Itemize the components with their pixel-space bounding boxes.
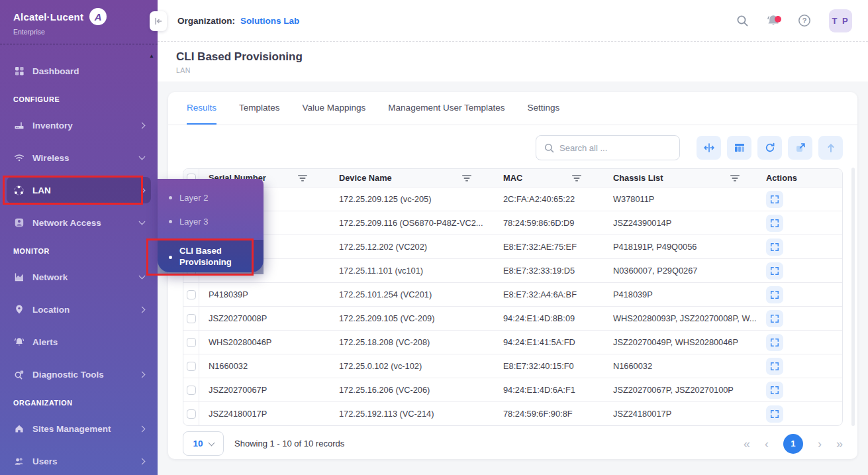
expand-row-button[interactable] (766, 262, 783, 280)
filter-icon[interactable] (298, 175, 307, 182)
table-row[interactable]: P418039P 172.25.101.254 (VC201) E8:E7:32… (183, 282, 842, 306)
mac-cell: 94:24:E1:4D:6A:F1 (494, 385, 604, 395)
expand-row-button[interactable] (766, 238, 783, 256)
chassis-cell: WHS20280093P, JSZ20270008P, W... (604, 313, 762, 323)
sidebar-item-sites-management[interactable]: Sites Management (7, 415, 151, 442)
submenu-item-cli-based-provisioning[interactable]: CLI Based Provisioning (158, 240, 264, 274)
current-page-button[interactable]: 1 (783, 434, 803, 454)
row-checkbox[interactable] (187, 338, 196, 347)
sidebar-item-dashboard[interactable]: Dashboard (7, 58, 151, 84)
lan-icon (13, 185, 24, 196)
tab-templates[interactable]: Templates (239, 92, 280, 125)
columns-button[interactable] (727, 136, 751, 160)
tab-results[interactable]: Results (187, 92, 217, 125)
expand-row-button[interactable] (766, 310, 783, 327)
row-checkbox[interactable] (187, 314, 196, 323)
filter-icon[interactable] (572, 175, 581, 182)
row-checkbox[interactable] (187, 290, 196, 299)
search-icon[interactable] (736, 15, 749, 27)
submenu-item-label: Layer 3 (179, 217, 208, 227)
row-checkbox[interactable] (187, 409, 196, 419)
chevron-down-icon (208, 439, 215, 446)
expand-row-button[interactable] (766, 405, 783, 423)
table-row[interactable]: JSZ20270008P 172.25.209.105 (VC-209) 94:… (183, 306, 842, 330)
first-page-button[interactable] (744, 438, 750, 450)
upload-button[interactable] (818, 136, 843, 160)
tab-management-user-templates[interactable]: Management User Templates (388, 92, 505, 125)
brand-tagline: Enterprise (13, 28, 45, 36)
tab-value-mappings[interactable]: Value Mappings (303, 92, 366, 125)
wireless-icon (13, 152, 24, 164)
table-row[interactable]: 172.25.12.202 (VC202) E8:E7:32:AE:75:EF … (183, 235, 842, 258)
next-page-button[interactable] (818, 438, 822, 450)
sidebar-item-diagnostic-tools[interactable]: Diagnostic Tools (7, 361, 151, 388)
content: Results Templates Value Mappings Managem… (158, 81, 868, 475)
submenu-item-layer-3[interactable]: Layer 3 (158, 209, 264, 233)
sidebar-item-lan[interactable]: LAN (7, 177, 151, 203)
sidebar-item-location[interactable]: Location (7, 296, 151, 323)
sidebar-item-network-access[interactable]: Network Access (7, 209, 151, 236)
organization-link[interactable]: Solutions Lab (240, 16, 299, 26)
tab-settings[interactable]: Settings (527, 92, 559, 125)
table-row[interactable]: N1660032 172.25.0.102 (vc-102) E8:E7:32:… (183, 354, 842, 378)
row-checkbox[interactable] (187, 386, 196, 395)
expand-row-button[interactable] (766, 358, 783, 375)
main-area: Organization: Solutions Lab ? T P CLI Ba… (158, 0, 868, 475)
column-header-mac: MAC (503, 173, 522, 183)
table-row[interactable]: WHS20280046P 172.25.18.208 (VC-208) 94:2… (183, 330, 842, 354)
filter-icon[interactable] (730, 175, 740, 182)
table-header-row: Serial Number Device Name MAC Chassis Li… (183, 169, 842, 187)
filter-icon[interactable] (462, 175, 471, 182)
expand-row-button[interactable] (766, 382, 783, 399)
table-row[interactable]: JSZ24180017P 172.25.192.113 (VC-214) 78:… (183, 401, 842, 425)
sidebar-item-label: Wireless (32, 153, 69, 163)
sidebar-item-network[interactable]: Network (7, 264, 151, 290)
previous-page-button[interactable] (765, 438, 769, 450)
table-row[interactable]: 172.25.209.125 (vc-205) 2C:FA:A2:40:65:2… (183, 187, 842, 211)
sidebar-item-wireless[interactable]: Wireless (7, 144, 151, 171)
expand-row-button[interactable] (766, 286, 783, 303)
bullet-icon (169, 256, 172, 259)
sidebar-collapse-button[interactable] (150, 11, 167, 31)
refresh-button[interactable] (757, 136, 782, 160)
search-input[interactable] (559, 143, 671, 153)
mac-cell: 94:24:E1:4D:8B:09 (494, 313, 604, 323)
chassis-cell: P418039P (604, 290, 762, 299)
notifications-bell-icon[interactable] (767, 14, 780, 27)
avatar[interactable]: T P (829, 9, 852, 32)
network-chart-icon (13, 272, 24, 283)
open-external-icon (795, 142, 806, 154)
device-cell: 172.25.12.202 (VC202) (330, 242, 494, 252)
open-external-button[interactable] (788, 136, 812, 160)
bullet-icon (169, 196, 172, 199)
sidebar-item-label: Users (32, 456, 58, 466)
serial-cell: JSZ24180017P (199, 409, 330, 419)
expand-icon (770, 314, 779, 323)
table-row[interactable]: 172.25.11.101 (vc101) E8:E7:32:33:19:D5 … (183, 258, 842, 282)
pagination-controls: 1 (744, 434, 843, 454)
device-cell: 172.25.192.113 (VC-214) (330, 409, 494, 419)
page-size-select[interactable]: 10 (183, 431, 224, 456)
table-scrollbar[interactable] (851, 168, 855, 426)
submenu-item-layer-2[interactable]: Layer 2 (158, 185, 264, 209)
tabs: Results Templates Value Mappings Managem… (168, 92, 857, 125)
mac-cell: 2C:FA:A2:40:65:22 (494, 194, 604, 204)
expand-row-button[interactable] (766, 191, 783, 208)
sidebar-item-alerts[interactable]: Alerts (7, 329, 151, 355)
scroll-up-indicator-icon[interactable]: ▲ (149, 53, 154, 59)
column-resize-button[interactable] (697, 136, 721, 160)
sidebar-item-inventory[interactable]: Inventory (7, 112, 151, 138)
ale-logo-icon: A (89, 8, 107, 25)
expand-row-button[interactable] (766, 215, 783, 232)
sidebar-item-users[interactable]: Users (7, 448, 151, 474)
expand-row-button[interactable] (766, 334, 783, 351)
inventory-icon (13, 120, 24, 131)
table-row[interactable]: 172.25.209.116 (OS6870-P48Z-VC2... 78:24… (183, 211, 842, 235)
help-icon[interactable]: ? (798, 14, 811, 27)
expand-icon (770, 290, 779, 299)
last-page-button[interactable] (836, 438, 843, 450)
app-root: Alcatel·Lucent A Enterprise ▲ Dashboard … (0, 0, 868, 475)
row-checkbox[interactable] (187, 362, 196, 371)
table-row[interactable]: JSZ20270067P 172.25.16.206 (VC-206) 94:2… (183, 378, 842, 401)
topbar-icons: ? T P (736, 9, 852, 32)
